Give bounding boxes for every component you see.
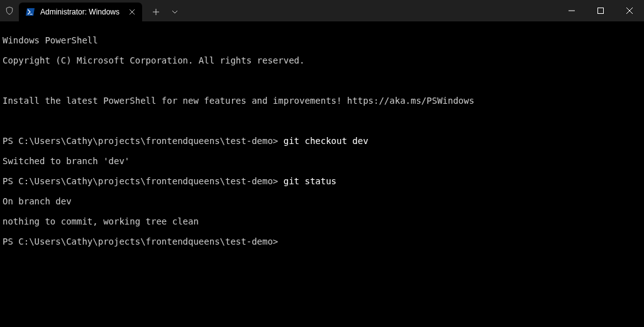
admin-shield-icon bbox=[0, 0, 19, 21]
maximize-button[interactable] bbox=[586, 0, 615, 21]
prompt: PS C:\Users\Cathy\projects\frontendqueen… bbox=[3, 176, 284, 186]
tab-dropdown-button[interactable] bbox=[166, 3, 184, 21]
tabbar-buttons bbox=[142, 3, 184, 21]
blank-line bbox=[3, 116, 641, 126]
output-line: Switched to branch 'dev' bbox=[3, 156, 641, 166]
terminal-output[interactable]: Windows PowerShell Copyright (C) Microso… bbox=[0, 21, 644, 260]
new-tab-button[interactable] bbox=[147, 3, 165, 21]
banner-line: Install the latest PowerShell for new fe… bbox=[3, 96, 641, 106]
banner-line: Windows PowerShell bbox=[3, 35, 641, 45]
output-line: nothing to commit, working tree clean bbox=[3, 216, 641, 226]
prompt-line: PS C:\Users\Cathy\projects\frontendqueen… bbox=[3, 236, 641, 247]
minimize-button[interactable] bbox=[557, 0, 586, 21]
command: git checkout dev bbox=[284, 136, 369, 146]
command-line: PS C:\Users\Cathy\projects\frontendqueen… bbox=[3, 136, 641, 146]
tab-title: Administrator: Windows Powe bbox=[40, 8, 122, 16]
command: git status bbox=[284, 176, 336, 186]
command-line: PS C:\Users\Cathy\projects\frontendqueen… bbox=[3, 176, 641, 186]
close-button[interactable] bbox=[615, 0, 644, 21]
tab-close-button[interactable] bbox=[127, 7, 137, 17]
blank-line bbox=[3, 75, 641, 86]
svg-rect-0 bbox=[598, 8, 604, 14]
active-tab[interactable]: Administrator: Windows Powe bbox=[19, 3, 142, 21]
window-controls bbox=[557, 0, 644, 21]
banner-line: Copyright (C) Microsoft Corporation. All… bbox=[3, 55, 641, 65]
prompt: PS C:\Users\Cathy\projects\frontendqueen… bbox=[3, 136, 284, 146]
titlebar-drag-area[interactable] bbox=[184, 0, 557, 21]
powershell-icon bbox=[25, 7, 35, 17]
titlebar: Administrator: Windows Powe bbox=[0, 0, 644, 21]
output-line: On branch dev bbox=[3, 196, 641, 206]
